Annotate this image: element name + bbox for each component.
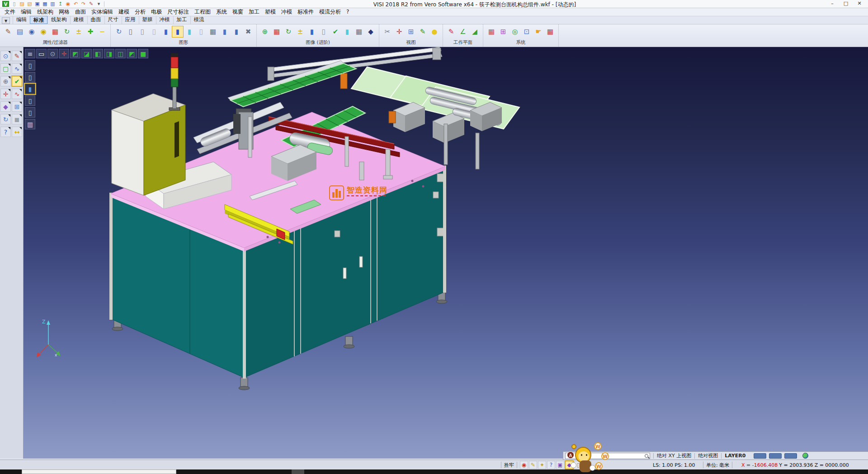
viewport-3d[interactable]: ≡▭⊙✛◩◪◧◨◫◩■ ▯▯▮▯▯▥ 智造资料网 Z x <box>24 47 868 459</box>
search-icon[interactable] <box>645 454 648 458</box>
menu-4[interactable]: 曲面 <box>72 8 89 16</box>
system-settings[interactable]: ◎ <box>509 26 520 37</box>
toggle-visibility[interactable]: ± <box>73 26 84 37</box>
remove-from-view[interactable]: − <box>97 26 108 37</box>
package-view[interactable]: ▣ <box>556 461 564 469</box>
minimize-button[interactable]: – <box>826 0 839 8</box>
mesh-mode[interactable]: ▦ <box>208 26 218 37</box>
menu-0[interactable]: 文件 <box>2 8 18 16</box>
tab-9[interactable]: 加工 <box>173 16 190 24</box>
confirm-selection[interactable]: ✔ <box>12 76 22 86</box>
attribute-palette[interactable]: ◆ <box>0 101 11 112</box>
view-iso-cube[interactable]: ◩ <box>127 49 137 58</box>
menu-6[interactable]: 建模 <box>116 8 132 16</box>
tab-1[interactable]: 标准 <box>30 16 47 24</box>
tab-0[interactable]: 编辑 <box>13 16 30 24</box>
section-plane[interactable]: ✛ <box>394 26 405 37</box>
swatch-0[interactable] <box>754 453 766 459</box>
open-file[interactable]: ▨ <box>19 1 25 7</box>
menu-7[interactable]: 分析 <box>132 8 148 16</box>
solid-preview[interactable]: ▮ <box>307 26 317 37</box>
regenerate[interactable]: ↻ <box>113 26 124 37</box>
active-layer-label[interactable]: LAYER0 <box>725 453 745 459</box>
display-tools[interactable]: ✖ <box>243 26 254 37</box>
menu-3[interactable]: 网格 <box>56 8 72 16</box>
layer-item[interactable]: ▯ <box>25 72 35 82</box>
light-settings[interactable]: ● <box>429 26 440 37</box>
tab-dropdown-button[interactable]: ▼ <box>2 17 10 24</box>
spline-edit[interactable]: ∿ <box>12 89 22 99</box>
edit-entity[interactable]: ✎ <box>12 51 22 61</box>
measure-distance[interactable]: ↔ <box>12 127 22 137</box>
save-file[interactable]: ▣ <box>34 1 41 7</box>
grid-settings[interactable]: ▦ <box>545 26 556 37</box>
view-mode-label[interactable]: 绝对 XY 上视图 <box>657 452 691 459</box>
new-file[interactable]: ▯ <box>11 1 18 7</box>
layer-item-selected[interactable]: ▮ <box>25 84 35 94</box>
layer-item[interactable]: ▯ <box>25 95 35 106</box>
top-aluminum-rail[interactable] <box>268 47 442 81</box>
viewport-menu[interactable]: ≡ <box>25 49 35 58</box>
view-back-cube[interactable]: ◫ <box>115 49 126 58</box>
scrollbar-thumb[interactable] <box>22 469 176 474</box>
menu-17[interactable]: 模流分析 <box>316 8 344 16</box>
save-as[interactable]: ▦ <box>42 1 48 7</box>
sketch-curve[interactable]: ∿ <box>12 63 22 74</box>
redo[interactable]: ↷ <box>80 1 87 7</box>
color-palette[interactable]: ▦ <box>486 26 497 37</box>
select-window[interactable]: ▭ <box>36 49 47 58</box>
menu-5[interactable]: 实体编辑 <box>89 8 116 16</box>
hide-entities[interactable]: ◉ <box>38 26 49 37</box>
advanced-filter[interactable]: ▦ <box>271 26 282 37</box>
annotate-view[interactable]: ✎ <box>417 26 428 37</box>
color-table[interactable]: ⊞ <box>498 26 509 37</box>
menu-9[interactable]: 尺寸标注 <box>165 8 192 16</box>
maximize-button[interactable]: □ <box>839 0 853 8</box>
tab-8[interactable]: 冲模 <box>156 16 173 24</box>
tab-5[interactable]: 尺寸 <box>104 16 122 24</box>
status-help[interactable]: ? <box>547 461 555 469</box>
view-right-cube[interactable]: ◧ <box>93 49 103 58</box>
shaded-cube[interactable]: ◼ <box>12 114 22 124</box>
translucent-mode[interactable]: ▮ <box>184 26 195 37</box>
preview-search[interactable]: ◉ <box>65 1 71 7</box>
tab-2[interactable]: 线架构 <box>47 16 70 24</box>
menu-11[interactable]: 系统 <box>213 8 230 16</box>
tab-6[interactable]: 应用 <box>122 16 139 24</box>
axis-triad-toggle[interactable]: ✛ <box>59 49 69 58</box>
app-logo-icon[interactable]: V <box>2 1 9 7</box>
window-settings[interactable]: ⊡ <box>521 26 532 37</box>
zoom-window[interactable]: ⊕ <box>0 76 11 86</box>
advanced-refresh[interactable]: ↻ <box>283 26 294 37</box>
wcs-orient[interactable]: ✛ <box>0 89 11 99</box>
import-file[interactable]: ↥ <box>57 1 64 7</box>
view-shaded-cube[interactable]: ■ <box>138 49 148 58</box>
workplane-axis[interactable]: ∠ <box>458 26 468 37</box>
advanced-show[interactable]: ⊕ <box>259 26 270 37</box>
view-attributes[interactable]: ▤ <box>14 26 25 37</box>
hidden-dashed-mode[interactable]: ▯ <box>149 26 160 37</box>
menu-1[interactable]: 编辑 <box>18 8 34 16</box>
menu-16[interactable]: 标准件 <box>295 8 316 16</box>
globe-icon[interactable] <box>802 453 808 459</box>
ghost-mode[interactable]: ▯ <box>196 26 207 37</box>
refresh-visibility[interactable]: ↻ <box>61 26 72 37</box>
advanced-toggle[interactable]: ± <box>295 26 306 37</box>
menu-15[interactable]: 冲模 <box>278 8 295 16</box>
undo[interactable]: ↶ <box>72 1 79 7</box>
lock-label[interactable]: 拴牢 <box>504 462 514 469</box>
door-handle[interactable] <box>343 268 346 279</box>
layer-delete[interactable]: ▥ <box>25 119 35 129</box>
select-box[interactable]: ▢ <box>0 63 11 74</box>
pick-settings[interactable]: ☛ <box>533 26 544 37</box>
stamp-tool[interactable]: ✎ <box>88 1 94 7</box>
door-handle[interactable] <box>359 256 363 267</box>
shaded-mode[interactable]: ▮ <box>160 26 171 37</box>
save-all[interactable]: ▥ <box>49 1 56 7</box>
menu-12[interactable]: 视窗 <box>230 8 246 16</box>
view-top-cube[interactable]: ◩ <box>70 49 80 58</box>
view-refresh[interactable]: ↻ <box>0 114 11 124</box>
filter-traffic-light[interactable]: ▦ <box>50 26 61 37</box>
more-commands[interactable]: ▾ <box>95 1 102 7</box>
modify-attributes[interactable]: ✎ <box>3 26 14 37</box>
